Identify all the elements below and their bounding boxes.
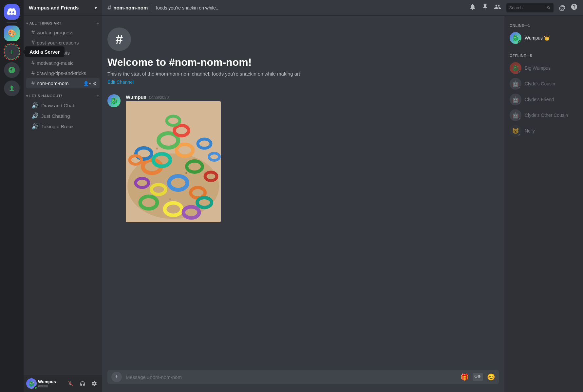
category-header-all-things-art[interactable]: ▾ ALL THINGS ART +: [24, 18, 102, 27]
edit-channel-link[interactable]: Edit Channel: [107, 80, 134, 85]
right-sidebar-members: ONLINE—1 🐉 Wumpus 👑 OFFLINE—5 🐉: [504, 16, 583, 392]
offline-status-dot: [518, 102, 521, 105]
gift-icon[interactable]: 🎁: [461, 373, 469, 381]
server-icon-wumpus-friends[interactable]: 🎨: [4, 26, 20, 41]
cereal-image-svg: [126, 101, 221, 222]
svg-point-24: [185, 172, 187, 174]
user-controls: [66, 378, 100, 389]
member-avatar-clydes-friend: 🤖: [510, 94, 521, 105]
server-divider: [7, 22, 17, 23]
mute-button[interactable]: [66, 378, 76, 389]
server-icon-discord-home[interactable]: [4, 4, 20, 20]
message-input-area: + 🎁 GIF 😊: [102, 370, 504, 392]
server-header[interactable]: Wumpus and Friends ▾: [24, 0, 102, 16]
member-item-clydes-friend[interactable]: 🤖 Clyde's Friend: [507, 92, 580, 107]
deafen-button[interactable]: [77, 378, 88, 389]
channel-motivating-music[interactable]: # motivating-music: [26, 58, 100, 68]
online-members-header: ONLINE—1: [507, 21, 580, 29]
emoji-icon[interactable]: 😊: [487, 373, 495, 381]
offline-status-dot: [518, 86, 521, 90]
top-bar-channel-name: nom-nom-nom: [113, 5, 148, 10]
help-icon[interactable]: [571, 3, 578, 12]
member-name-text: Wumpus: [525, 35, 543, 41]
channel-name: work-in-progress: [37, 30, 97, 35]
channel-work-in-progress[interactable]: # work-in-progress: [26, 27, 100, 38]
message-header: Wumpus 04/28/2020: [126, 94, 499, 100]
member-item-nelly[interactable]: 😺 Nelly: [507, 123, 580, 139]
channel-drawing-tips[interactable]: # drawing-tips-and-tricks: [26, 68, 100, 78]
welcome-title: Welcome to #nom-nom-nom!: [107, 56, 499, 68]
channel-welcome: # Welcome to #nom-nom-nom! This is the s…: [107, 22, 499, 93]
member-name-wumpus: Wumpus 👑: [525, 35, 550, 41]
member-name-nelly: Nelly: [525, 128, 535, 134]
members-icon[interactable]: [494, 3, 501, 12]
category-chevron-icon: ▾: [26, 94, 28, 98]
channel-name: drawing-tips-and-tricks: [37, 70, 97, 76]
category-chevron-icon: ▾: [26, 22, 28, 25]
member-avatar-clydes-cousin: 🤖: [510, 78, 521, 90]
message-timestamp: 04/28/2020: [149, 95, 169, 100]
svg-point-23: [156, 148, 158, 150]
category-lets-hangout: ▾ LET'S HANGOUT! + 🔊 Draw and Chat 🔊 Jus…: [24, 91, 102, 132]
server-sidebar: 🎨 + Add a Server: [0, 0, 24, 392]
speaker-icon: 🔊: [31, 102, 39, 109]
hash-icon: #: [31, 60, 35, 66]
voice-channel-name: Draw and Chat: [41, 103, 97, 108]
offline-status-dot: [518, 133, 521, 137]
voice-channel-draw-and-chat[interactable]: 🔊 Draw and Chat: [26, 100, 100, 111]
channel-actions: 👤+ ⚙: [83, 81, 97, 86]
current-user-avatar: 🐉: [26, 378, 37, 389]
chat-area: # Welcome to #nom-nom-nom! This is the s…: [102, 16, 504, 392]
message-input[interactable]: [126, 374, 457, 380]
search-input[interactable]: [509, 5, 544, 10]
settings-icon[interactable]: ⚙: [93, 81, 97, 86]
member-name-clydes-friend: Clyde's Friend: [525, 97, 554, 102]
speaker-icon: 🔊: [31, 123, 39, 130]
user-area: 🐉 Wumpus #0000: [24, 375, 102, 392]
member-name-clydes-other-cousin: Clyde's Other Cousin: [525, 113, 568, 118]
add-channel-icon[interactable]: +: [96, 20, 100, 26]
top-bar-channel-info: # nom-nom-nom: [107, 4, 148, 12]
add-server-tooltip: Add a Server: [25, 46, 65, 57]
offline-members-header: OFFLINE—5: [507, 51, 580, 59]
member-item-clydes-cousin[interactable]: 🤖 Clyde's Cousin: [507, 76, 580, 92]
welcome-desc: This is the start of the #nom-nom-nom ch…: [107, 71, 499, 77]
server-dropdown-icon: ▾: [95, 5, 97, 10]
notification-bell-icon[interactable]: [469, 3, 476, 12]
attach-file-button[interactable]: +: [111, 372, 122, 382]
pin-icon[interactable]: [481, 3, 489, 12]
server-icon-explore[interactable]: [4, 62, 20, 78]
server-icon-download[interactable]: [4, 80, 20, 96]
member-item-wumpus[interactable]: 🐉 Wumpus 👑: [507, 30, 580, 46]
category-header-lets-hangout[interactable]: ▾ LET'S HANGOUT! +: [24, 91, 102, 100]
voice-channel-taking-a-break[interactable]: 🔊 Taking a Break: [26, 121, 100, 132]
online-status-dot: [518, 40, 521, 44]
add-member-icon[interactable]: 👤+: [83, 81, 91, 86]
member-item-big-wumpus[interactable]: 🐉 Big Wumpus: [507, 60, 580, 76]
message-image: [126, 101, 224, 223]
channel-nom-nom-nom[interactable]: # nom-nom-nom 👤+ ⚙: [26, 78, 100, 88]
member-name-clydes-cousin: Clyde's Cousin: [525, 81, 555, 86]
channel-welcome-icon: #: [107, 27, 131, 51]
voice-channel-just-chatting[interactable]: 🔊 Just Chatting: [26, 111, 100, 121]
message-author-name: Wumpus: [126, 94, 146, 100]
gif-button[interactable]: GIF: [473, 373, 483, 381]
current-user-discriminator: #0000: [38, 384, 64, 388]
add-voice-channel-icon[interactable]: +: [96, 93, 100, 99]
hash-icon: #: [31, 80, 35, 87]
member-avatar-big-wumpus: 🐉: [510, 62, 521, 74]
search-bar[interactable]: [506, 3, 554, 12]
hash-icon: #: [31, 70, 35, 77]
member-avatar-clydes-other-cousin: 🤖: [510, 109, 521, 121]
settings-button[interactable]: [89, 378, 100, 389]
hash-icon: #: [31, 29, 35, 36]
current-user-name: Wumpus: [38, 379, 64, 384]
voice-channel-name: Taking a Break: [41, 124, 97, 129]
member-avatar-wumpus: 🐉: [510, 32, 521, 44]
channel-list: ▾ ALL THINGS ART + # work-in-progress # …: [24, 16, 102, 375]
inbox-icon[interactable]: @: [559, 4, 565, 11]
offline-status-dot: [518, 70, 521, 74]
offline-status-dot: [518, 117, 521, 121]
member-item-clydes-other-cousin[interactable]: 🤖 Clyde's Other Cousin: [507, 107, 580, 123]
add-server-button[interactable]: +: [4, 44, 20, 60]
